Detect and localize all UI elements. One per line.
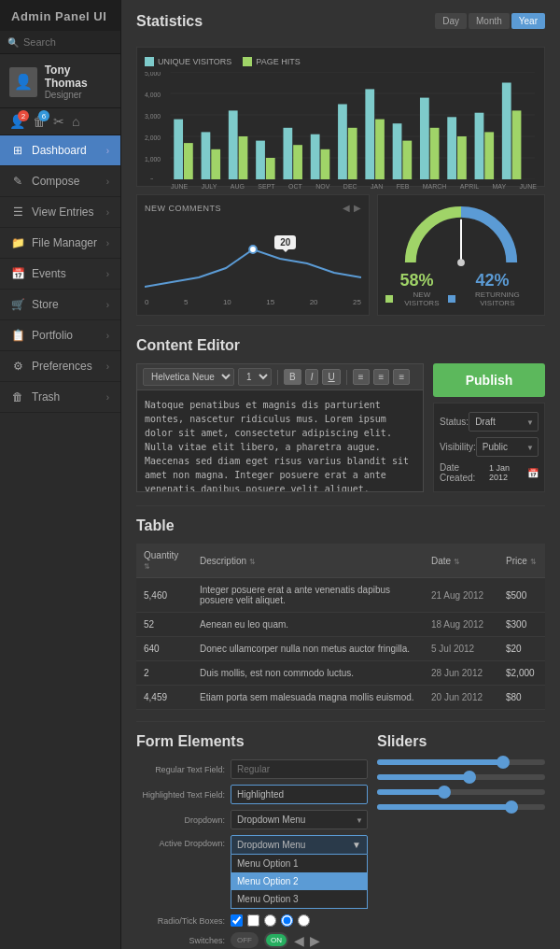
data-table: Quantity ⇅ Description ⇅ Date ⇅ Price ⇅ … xyxy=(136,544,545,710)
form-title: Form Elements xyxy=(136,733,368,750)
cell-qty: 52 xyxy=(136,613,192,637)
align-center-button[interactable]: ≡ xyxy=(373,369,390,385)
svg-rect-18 xyxy=(256,141,265,179)
chevron-icon: › xyxy=(106,146,109,156)
user-icon-bell[interactable]: 👤 2 xyxy=(9,114,25,129)
cell-price: $80 xyxy=(498,686,545,710)
svg-text:2,000: 2,000 xyxy=(145,135,161,142)
badge-bell: 2 xyxy=(18,110,29,121)
slider-thumb-1[interactable] xyxy=(497,756,510,769)
sidebar-item-file-manager[interactable]: 📁 File Manager › xyxy=(0,228,120,259)
gauge-returning-pct: 42% xyxy=(448,271,537,290)
editor-textarea[interactable] xyxy=(136,390,424,492)
highlighted-text-input[interactable] xyxy=(231,785,368,804)
sidebar-item-view-entries[interactable]: ☰ View Entries › xyxy=(0,197,120,228)
slider-thumb-3[interactable] xyxy=(438,786,451,799)
slider-thumb-4[interactable] xyxy=(505,800,518,814)
main-content: Statistics Day Month Year UNIQUE VISITOR… xyxy=(121,0,560,949)
sidebar-item-trash[interactable]: 🗑 Trash › xyxy=(0,382,120,413)
slider-thumb-2[interactable] xyxy=(463,771,476,784)
regular-text-input[interactable] xyxy=(231,759,368,779)
user-icon-trash[interactable]: 🗑 6 xyxy=(33,114,46,129)
sidebar-item-events[interactable]: 📅 Events › xyxy=(0,259,120,290)
chart-legend: UNIQUE VISITORS PAGE HITS xyxy=(145,57,537,66)
editor-title: Content Editor xyxy=(136,337,545,354)
time-btn-day[interactable]: Day xyxy=(435,13,467,29)
cell-date: 20 Jun 2012 xyxy=(424,686,498,710)
svg-rect-19 xyxy=(266,158,275,179)
switch-arrow-left[interactable]: ◀ xyxy=(294,933,304,948)
radio-2[interactable] xyxy=(281,914,293,927)
align-right-button[interactable]: ≡ xyxy=(393,369,410,385)
search-bar[interactable]: 🔍 xyxy=(0,31,120,54)
visibility-select[interactable]: Public xyxy=(476,437,539,457)
time-btn-month[interactable]: Month xyxy=(469,13,510,29)
checkbox-2[interactable] xyxy=(247,914,259,927)
entries-icon: ☰ xyxy=(11,205,24,219)
switch-on-label: ON xyxy=(266,934,287,946)
publish-button[interactable]: Publish xyxy=(433,363,545,397)
svg-rect-33 xyxy=(457,136,467,179)
user-name: Tony Thomas xyxy=(45,64,111,90)
highlighted-field-label: Highlighted Text Field: xyxy=(136,790,225,800)
sidebar-item-dashboard[interactable]: ⊞ Dashboard › xyxy=(0,135,120,166)
dropdown-select[interactable]: Dropdown Menu xyxy=(231,810,368,829)
calendar-icon[interactable]: 📅 xyxy=(527,468,539,478)
status-select[interactable]: Draft xyxy=(469,412,539,432)
svg-rect-37 xyxy=(512,110,522,179)
font-size-select[interactable]: 12 xyxy=(238,368,272,386)
col-price[interactable]: Price ⇅ xyxy=(498,544,545,578)
radio-1[interactable] xyxy=(264,914,276,927)
user-icon-settings[interactable]: ✂ xyxy=(53,114,64,129)
svg-point-38 xyxy=(249,246,257,253)
compose-icon: ✎ xyxy=(11,175,24,188)
cell-qty: 2 xyxy=(136,661,192,686)
active-dropdown-header[interactable]: Dropdown Menu ▼ xyxy=(231,835,368,855)
svg-rect-26 xyxy=(365,89,374,179)
bold-button[interactable]: B xyxy=(284,369,301,385)
dropdown-option-2[interactable]: Menu Option 2 xyxy=(231,872,367,890)
nav-label-entries: View Entries xyxy=(32,205,93,219)
gauge-new-pct: 58% xyxy=(385,271,448,290)
col-date[interactable]: Date ⇅ xyxy=(424,544,498,578)
table-row: 4,459 Etiam porta sem malesuada magna mo… xyxy=(136,686,545,710)
cell-desc: Etiam porta sem malesuada magna mollis e… xyxy=(192,686,424,710)
sidebar-item-compose[interactable]: ✎ Compose › xyxy=(0,166,120,197)
align-left-button[interactable]: ≡ xyxy=(353,369,370,385)
switch-arrow-right[interactable]: ▶ xyxy=(310,933,320,948)
svg-rect-16 xyxy=(229,110,238,179)
search-input[interactable] xyxy=(23,36,113,48)
portfolio-icon: 📋 xyxy=(11,329,24,342)
italic-button[interactable]: I xyxy=(305,369,319,385)
font-family-select[interactable]: Helvetica Neue xyxy=(143,368,234,386)
switch-1[interactable]: OFF xyxy=(231,932,259,948)
svg-rect-29 xyxy=(402,141,412,179)
user-icon-bookmark[interactable]: ⌂ xyxy=(72,114,79,129)
chevron-icon-7: › xyxy=(106,331,109,341)
svg-rect-27 xyxy=(375,120,385,179)
nav-label-events: Events xyxy=(32,267,66,280)
dropdown-option-1[interactable]: Menu Option 1 xyxy=(231,855,367,872)
new-comments-label: NEW COMMENTS xyxy=(145,204,221,213)
checkbox-1[interactable] xyxy=(231,914,243,927)
sidebar-item-portfolio[interactable]: 📋 Portfolio › xyxy=(0,320,120,351)
switch-2[interactable]: ON xyxy=(264,932,288,948)
radio-3[interactable] xyxy=(298,914,310,927)
arrow-left-btn[interactable]: ◀ xyxy=(343,203,350,213)
svg-rect-34 xyxy=(475,113,484,179)
sidebar-item-store[interactable]: 🛒 Store › xyxy=(0,290,120,320)
time-btn-year[interactable]: Year xyxy=(511,13,545,29)
chevron-icon-2: › xyxy=(106,177,109,187)
cell-price: $20 xyxy=(498,637,545,661)
sidebar-item-preferences[interactable]: ⚙ Preferences › xyxy=(0,351,120,382)
underline-button[interactable]: U xyxy=(322,369,340,385)
dropdown-option-3[interactable]: Menu Option 3 xyxy=(231,890,367,908)
col-qty[interactable]: Quantity ⇅ xyxy=(136,544,192,578)
arrow-right-btn[interactable]: ▶ xyxy=(354,203,361,213)
time-buttons-group: Day Month Year xyxy=(435,13,545,29)
svg-rect-22 xyxy=(311,135,320,179)
nav-label-store: Store xyxy=(32,298,59,311)
gauge-returning-label: RETURNING VISITORS xyxy=(458,290,537,307)
col-desc[interactable]: Description ⇅ xyxy=(192,544,424,578)
svg-text:1,000: 1,000 xyxy=(145,156,161,163)
